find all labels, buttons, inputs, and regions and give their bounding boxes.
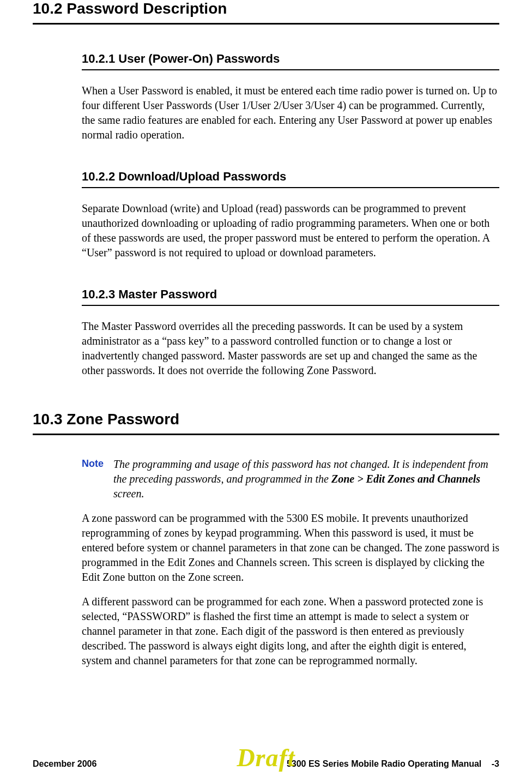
rule-10-2 xyxy=(33,23,499,25)
para-10-2-3: The Master Password overrides all the pr… xyxy=(82,319,499,378)
note-text-post: screen. xyxy=(113,488,144,500)
para-10-2-1: When a User Password is enabled, it must… xyxy=(82,83,499,142)
footer-title-block: 5300 ES Series Mobile Radio Operating Ma… xyxy=(287,759,499,769)
heading-10-2-1: 10.2.1 User (Power-On) Passwords xyxy=(82,52,499,66)
footer-date: December 2006 xyxy=(33,759,96,769)
section-10-3-body: A zone password can be programmed with t… xyxy=(82,511,499,668)
heading-10-2: 10.2 Password Description xyxy=(33,0,499,23)
para-10-2-2: Separate Download (write) and Upload (re… xyxy=(82,201,499,260)
rule-10-2-1 xyxy=(82,69,499,70)
para-10-3-1: A zone password can be programmed with t… xyxy=(82,511,499,585)
heading-10-2-3: 10.2.3 Master Password xyxy=(82,287,499,302)
section-10-2: 10.2 Password Description 10.2.1 User (P… xyxy=(33,0,499,378)
heading-10-2-2: 10.2.2 Download/Upload Passwords xyxy=(82,170,499,184)
section-10-3: 10.3 Zone Password Note The programming … xyxy=(33,411,499,668)
para-10-3-2: A different password can be programmed f… xyxy=(82,594,499,668)
rule-10-2-2 xyxy=(82,187,499,188)
section-10-2-body: 10.2.1 User (Power-On) Passwords When a … xyxy=(82,52,499,378)
rule-10-2-3 xyxy=(82,305,499,306)
rule-10-3 xyxy=(33,434,499,435)
footer-manual-title: 5300 ES Series Mobile Radio Operating Ma… xyxy=(287,759,481,768)
draft-watermark: Draft xyxy=(237,743,295,772)
heading-10-3: 10.3 Zone Password xyxy=(33,411,499,434)
note-text-bold: Zone > Edit Zones and Channels xyxy=(331,473,480,485)
note-text: The programming and usage of this passwo… xyxy=(113,457,499,501)
footer-page-number: -3 xyxy=(492,759,499,768)
note-10-3: Note The programming and usage of this p… xyxy=(82,457,499,501)
note-label: Note xyxy=(82,457,104,470)
page-footer: December 2006 Draft 5300 ES Series Mobil… xyxy=(33,759,499,769)
